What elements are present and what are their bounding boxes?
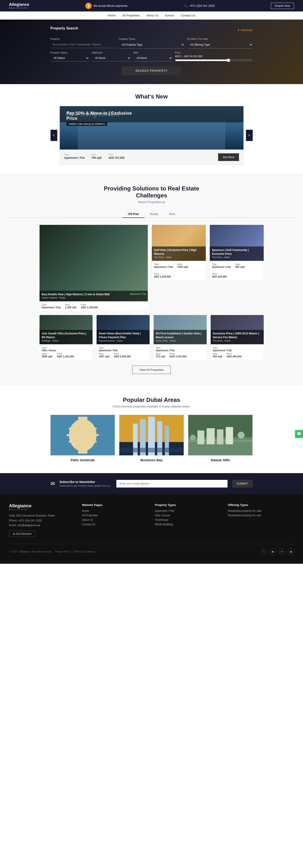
property-title-3: Spacious | Golf Community | Exclusive Pr… <box>212 248 262 256</box>
tab-off-plan[interactable]: Off Plan <box>123 211 144 218</box>
footer-link-contact[interactable]: Contact Us <box>82 523 148 526</box>
bitcoin-icon: ₿ <box>86 3 92 9</box>
footer-privacy-link[interactable]: Privacy Policy <box>55 550 70 553</box>
social-icons: f ▶ in ◉ <box>261 549 294 555</box>
footer-copyright: © 2022 - Allegiance. All rights reserved… <box>9 550 52 553</box>
newsletter-email-input[interactable] <box>116 480 228 488</box>
footer-top: Allegiance REAL ESTATE Suite 2002 Grosve… <box>9 503 294 537</box>
area-card-business[interactable]: Business Bay <box>119 415 184 462</box>
area-name-damac: Damac Hills <box>188 458 253 462</box>
footer-link-for-rent[interactable]: Residential property for rent <box>228 514 294 517</box>
footer-link-home[interactable]: Home <box>82 509 148 513</box>
view-all-button[interactable]: View All Properties <box>132 366 170 374</box>
property-types-select[interactable]: All Property Type <box>119 41 184 49</box>
property-badge-1: Apartment / Flat <box>130 292 146 296</box>
property-details-1: Type Apartment / Flat Area 1,199 sqft Pr… <box>39 301 148 311</box>
price-value: AED 1 - AED 94,241,880 <box>175 55 253 58</box>
carousel-developer: DAMAC Hills (Akoya by DAMAC) <box>66 122 107 126</box>
property-detail-row-5: Type Apartment / Flat <box>99 346 147 352</box>
property-card-2: Golf View | Exclusive Price | High Retur… <box>152 225 206 280</box>
property-price-item-7: Price AED 465,000 <box>227 352 241 358</box>
offering-field: For Rent / For Sale All Offering Type <box>187 37 253 49</box>
advanced-link[interactable]: ▼ Advanced <box>237 29 253 32</box>
footer-terms-link[interactable]: Terms & Conditions <box>74 550 95 553</box>
svg-rect-23 <box>226 427 233 444</box>
svg-rect-21 <box>207 428 215 444</box>
footer-link-whole-building[interactable]: Whole Building <box>155 523 221 526</box>
svg-point-24 <box>238 432 245 439</box>
property-detail-row-2: Type Apartment / Flat Area 1159 sqft Pri… <box>154 263 203 278</box>
newsletter-icon: ✉ <box>50 480 55 487</box>
property-input[interactable] <box>50 41 116 48</box>
property-image-5: Smart Home (Burj Khalifa View) | 3Years … <box>97 315 149 344</box>
property-detail-row-4b: Area 2099 sqft Price AED 1,222,000 <box>42 352 90 358</box>
nav-home[interactable]: Home <box>108 14 116 17</box>
footer-link-for-sale[interactable]: Residential property for sale <box>228 509 294 513</box>
footer-phone: Phone: +971 (0)4 241 2020 <box>9 518 75 523</box>
social-facebook-icon[interactable]: f <box>261 549 267 555</box>
footer-brand: Allegiance REAL ESTATE Suite 2002 Grosve… <box>9 503 75 537</box>
carousel-price: Price AED 727,000 <box>108 153 125 161</box>
offering-select[interactable]: All Offering Type <box>187 41 253 49</box>
property-area-item-6: Area 713 sqft <box>156 352 165 358</box>
footer-legal: © 2022 - Allegiance. All rights reserved… <box>9 550 95 553</box>
carousel-next-button[interactable]: > <box>246 130 253 141</box>
footer-col-types-title: Property Types <box>155 503 221 507</box>
property-title-7: Exclusive Price | 100% DLD Waiver | Serv… <box>213 332 262 339</box>
carousel-prev-button[interactable]: < <box>50 130 57 141</box>
footer-direction-button[interactable]: ⊕ Get Direction <box>9 531 35 537</box>
carousel-see-more-button[interactable]: See More <box>218 153 239 161</box>
tab-rent[interactable]: Rent <box>164 211 180 218</box>
property-area-item-3: Area 406 sqft <box>235 263 245 268</box>
phone-number: +971 (0)4 241 2020 <box>189 4 215 7</box>
enquire-button[interactable]: Enquire Now <box>271 3 294 9</box>
svg-rect-16 <box>119 448 184 452</box>
social-youtube-icon[interactable]: ▶ <box>270 549 276 555</box>
properties-row-2: Just Cavalli Villa | Exclusive Price | 8… <box>39 315 264 360</box>
property-price-item-3: Price AED 625,000 <box>212 273 227 278</box>
social-linkedin-icon[interactable]: in <box>279 549 285 555</box>
property-area-item-5: Area 1287 sqft <box>99 352 110 358</box>
area-card-damac[interactable]: Damac Hills <box>188 415 253 462</box>
footer-link-apartment[interactable]: Apartment / Flat <box>155 509 221 513</box>
footer-logo-text: Allegiance <box>9 503 75 508</box>
bed-label: Bed <box>133 51 172 54</box>
newsletter-text: Subscribe to Newsletter Subscribe to get… <box>60 480 112 487</box>
carousel-type: Type Apartment / Flat <box>64 153 85 161</box>
social-instagram-icon[interactable]: ◉ <box>288 549 294 555</box>
whatsapp-float-button[interactable]: 💬 <box>295 430 303 438</box>
bathroom-field: Bathroom All Items <box>92 51 131 63</box>
property-detail-row-7: Type Apartment / Flat <box>213 346 262 352</box>
footer-link-about[interactable]: About Us <box>82 518 148 522</box>
area-card-palm[interactable]: Palm Jumeirah <box>50 415 115 462</box>
bathroom-select[interactable]: All Items <box>92 55 131 61</box>
nav-about[interactable]: About Us <box>146 14 158 17</box>
property-type-item-4: Type Villa / House <box>42 346 56 352</box>
search-btn-wrap: SEARCH PROPERTY <box>50 66 253 75</box>
bed-select[interactable]: All Items <box>133 55 172 61</box>
property-image-3: Spacious | Golf Community | Exclusive Pr… <box>210 225 264 261</box>
nav-events[interactable]: Events <box>165 14 174 17</box>
property-details-3: Type Apartment / Flat Area 406 sqft Pric… <box>210 261 264 280</box>
newsletter-title: Subscribe to Newsletter <box>60 480 112 484</box>
property-image-6: 5% First Installment | Garden View | Bea… <box>154 315 207 344</box>
status-select[interactable]: All Status <box>50 55 90 61</box>
property-card-5: Smart Home (Burj Khalifa View) | 3Years … <box>96 315 150 360</box>
property-type-item-5: Type Apartment / Flat <box>99 346 118 352</box>
footer-link-townhouse[interactable]: Townhouse <box>155 518 221 522</box>
main-nav: Home All Properties About Us Events Cont… <box>0 11 303 20</box>
search-button[interactable]: SEARCH PROPERTY <box>122 66 181 75</box>
property-detail-row-6: Type Apartment / Flat <box>156 346 204 352</box>
newsletter-section: ✉ Subscribe to Newsletter Subscribe to g… <box>0 473 303 494</box>
footer-link-all-properties[interactable]: All Properties <box>82 514 148 517</box>
nav-all-properties[interactable]: All Properties <box>122 14 139 17</box>
price-label: Price <box>175 51 253 54</box>
newsletter-submit-button[interactable]: SUBMIT <box>232 480 252 488</box>
nav-contact[interactable]: Contact Us <box>181 14 195 17</box>
property-type-item-6: Type Apartment / Flat <box>156 346 175 352</box>
footer-link-villa[interactable]: Villa / House <box>155 514 221 517</box>
price-slider[interactable] <box>175 59 253 62</box>
tab-ready[interactable]: Ready <box>144 211 164 218</box>
carousel-image: 50% Living content Pay 10% & Move-in | E… <box>60 106 243 165</box>
property-type-item-2: Type Apartment / Flat <box>154 263 173 268</box>
